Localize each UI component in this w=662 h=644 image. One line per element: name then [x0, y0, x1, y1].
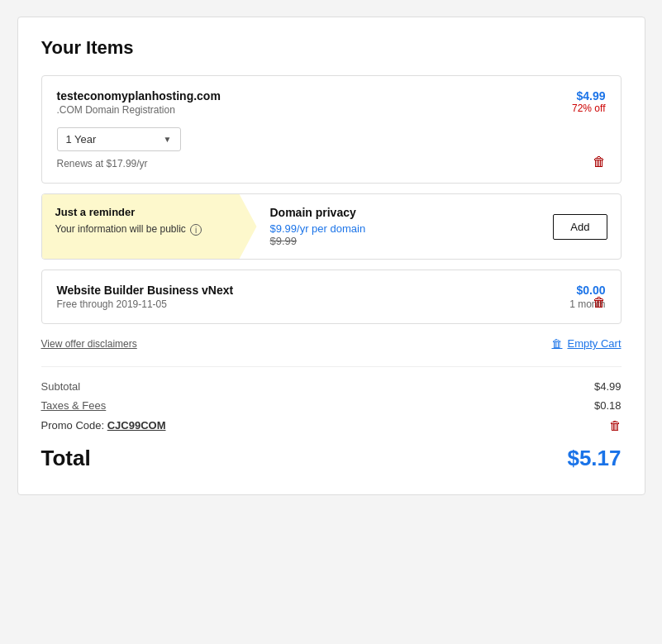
builder-delete-icon[interactable]: 🗑: [593, 295, 606, 310]
domain-type: .COM Domain Registration: [57, 104, 221, 116]
cart-icon: 🗑: [551, 337, 562, 350]
main-container: Your Items testeconomyplanhosting.com .C…: [17, 17, 645, 495]
privacy-price: $9.99/yr per domain: [270, 222, 366, 235]
builder-name: Website Builder Business vNext: [57, 284, 234, 297]
dropdown-value: 1 Year: [66, 133, 164, 145]
domain-discount: 72% off: [572, 103, 605, 114]
reminder-body: Your information will be public i: [55, 222, 244, 236]
domain-price-col: $4.99 72% off: [572, 89, 605, 114]
chevron-down-icon: ▼: [164, 135, 172, 144]
privacy-info: Domain privacy $9.99/yr per domain $9.99: [270, 206, 366, 247]
domain-delete-icon[interactable]: 🗑: [593, 155, 606, 169]
domain-name: testeconomyplanhosting.com: [57, 89, 221, 103]
privacy-original-price: $9.99: [270, 235, 366, 247]
year-dropdown[interactable]: 1 Year ▼: [57, 127, 181, 151]
taxes-link[interactable]: Taxes & Fees: [41, 399, 107, 412]
divider: [41, 366, 622, 367]
builder-info: Website Builder Business vNext Free thro…: [57, 284, 234, 310]
promo-delete-icon[interactable]: 🗑: [609, 418, 622, 432]
subtotal-value: $4.99: [594, 380, 622, 393]
builder-subtitle: Free through 2019-11-05: [57, 298, 234, 310]
taxes-value: $0.18: [594, 399, 622, 412]
page-title: Your Items: [41, 37, 622, 59]
reminder-privacy-card: Just a reminder Your information will be…: [41, 193, 622, 260]
privacy-title: Domain privacy: [270, 206, 366, 219]
add-privacy-button[interactable]: Add: [553, 214, 607, 240]
promo-info: Promo Code: CJC99COM: [41, 419, 166, 432]
privacy-section: Domain privacy $9.99/yr per domain $9.99…: [257, 194, 621, 259]
empty-cart-label: Empty Cart: [567, 337, 621, 350]
info-icon[interactable]: i: [190, 224, 202, 236]
subtotal-row: Subtotal $4.99: [41, 380, 622, 393]
domain-info: testeconomyplanhosting.com .COM Domain R…: [57, 89, 221, 116]
subtotal-label: Subtotal: [41, 380, 81, 393]
renew-text: Renews at $17.99/yr: [57, 158, 606, 169]
domain-price: $4.99: [572, 89, 605, 103]
taxes-row: Taxes & Fees $0.18: [41, 399, 622, 412]
reminder-title: Just a reminder: [55, 206, 244, 218]
domain-card: testeconomyplanhosting.com .COM Domain R…: [41, 75, 622, 184]
footer-links-row: View offer disclaimers 🗑 Empty Cart: [41, 337, 622, 350]
promo-row: Promo Code: CJC99COM 🗑: [41, 418, 622, 432]
total-label: Total: [41, 446, 91, 471]
total-row: Total $5.17: [41, 446, 622, 471]
builder-card: Website Builder Business vNext Free thro…: [41, 270, 622, 324]
empty-cart-button[interactable]: 🗑 Empty Cart: [551, 337, 621, 350]
promo-label: Promo Code:: [41, 419, 105, 432]
view-disclaimer-link[interactable]: View offer disclaimers: [41, 338, 137, 350]
promo-code: CJC99COM: [107, 419, 166, 432]
reminder-box: Just a reminder Your information will be…: [42, 194, 257, 259]
total-amount: $5.17: [567, 446, 621, 471]
